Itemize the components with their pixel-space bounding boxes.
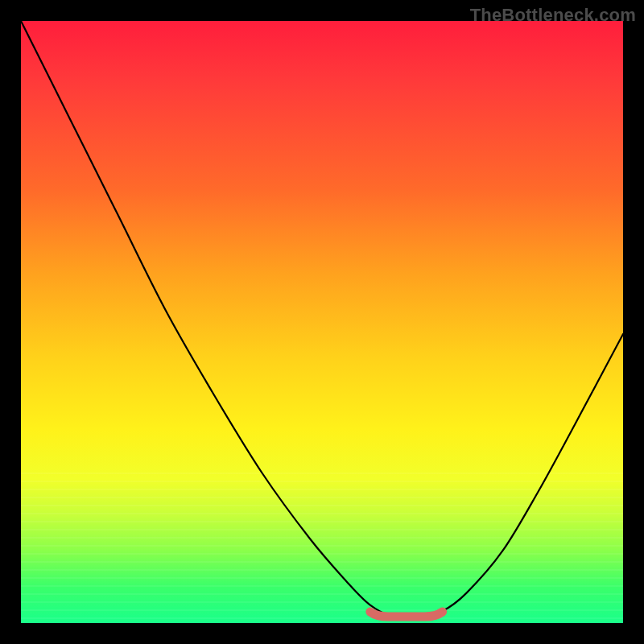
chart-frame: TheBottleneck.com <box>0 0 644 644</box>
bottleneck-curve-svg <box>21 21 623 623</box>
watermark-text: TheBottleneck.com <box>470 5 636 26</box>
optimal-range-marker <box>370 612 443 617</box>
bottleneck-curve <box>21 21 623 618</box>
plot-area <box>21 21 623 623</box>
